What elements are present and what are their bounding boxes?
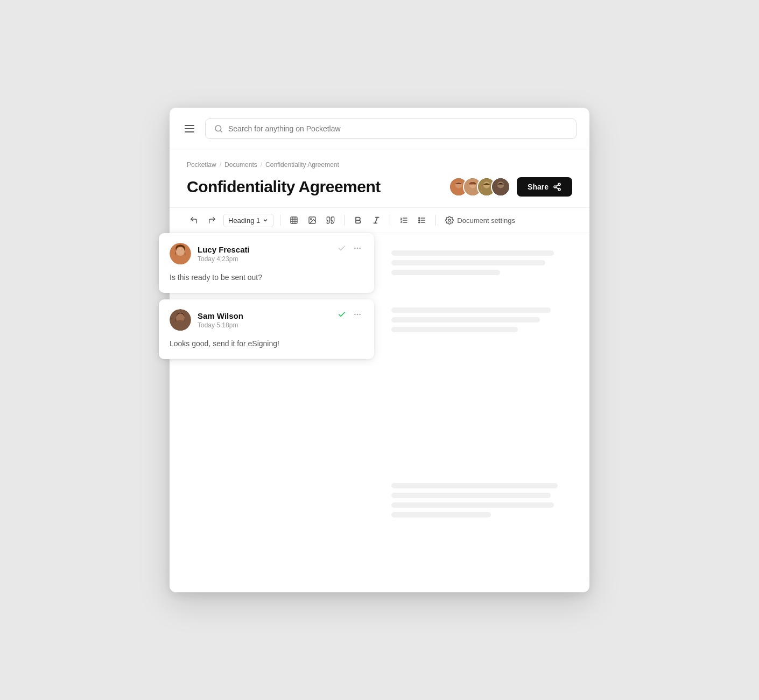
app-window: Pocketlaw / Documents / Confidentiality … [170,108,589,592]
placeholder-group-2 [391,307,572,332]
undo-icon [189,216,198,225]
svg-point-38 [448,219,451,221]
placeholder-line-4 [391,307,551,313]
comments-panel: Lucy Frescati Today 4:23pm [159,233,374,359]
settings-icon [445,216,454,225]
toolbar: Heading 1 [170,207,589,233]
placeholder-line-5 [391,317,540,323]
breadcrumb-documents[interactable]: Documents [224,161,257,169]
breadcrumb-sep-1: / [220,161,221,169]
placeholder-line-2 [391,260,545,265]
avatar-4-image [492,177,509,197]
svg-point-43 [357,248,359,249]
svg-point-42 [354,248,356,249]
redo-button[interactable] [205,213,219,227]
comment-2-more-button[interactable] [352,309,363,322]
svg-point-50 [357,314,359,316]
comment-1-actions [336,243,363,256]
placeholder-line-9 [391,502,554,508]
svg-line-28 [375,218,377,223]
svg-point-36 [419,220,420,221]
search-input[interactable] [228,124,567,133]
placeholder-line-6 [391,327,518,332]
share-label: Share [528,183,549,191]
table-icon [290,216,298,225]
comment-1-resolve-button[interactable] [336,243,347,256]
bold-button[interactable] [351,213,365,227]
placeholder-line-10 [391,512,491,517]
placeholder-group-3 [391,483,572,517]
table-button[interactable] [287,213,301,227]
breadcrumb-sep-2: / [261,161,262,169]
breadcrumb-area: Pocketlaw / Documents / Confidentiality … [170,150,589,177]
toolbar-sep-2 [344,215,345,226]
toolbar-sep-3 [390,215,390,226]
comment-1-user: Lucy Frescati Today 4:23pm [170,243,250,264]
unordered-list-icon [418,216,426,225]
document-content [391,246,572,517]
quote-icon [326,216,335,225]
comment-1-name: Lucy Frescati [198,245,250,254]
comment-2-resolve-button[interactable] [336,309,347,322]
svg-line-1 [220,130,222,132]
doc-settings-label: Document settings [457,216,515,225]
chevron-down-icon [262,217,269,223]
image-icon [308,216,317,225]
image-button[interactable] [305,213,319,227]
svg-point-40 [176,247,185,256]
svg-point-9 [483,181,490,188]
avatar-4 [491,177,510,197]
ordered-list-icon [399,216,408,225]
lucy-avatar-image [170,243,191,264]
toolbar-sep-4 [435,215,436,226]
comment-2-time: Today 5:18pm [198,321,243,329]
placeholder-line-7 [391,483,558,488]
italic-button[interactable] [369,213,383,227]
comment-2-name: Sam Wilson [198,311,243,320]
header-right: Share [449,177,572,197]
unordered-list-button[interactable] [415,213,429,227]
toolbar-sep-1 [280,215,280,226]
svg-point-44 [359,248,361,249]
more-icon-2 [353,310,362,319]
svg-point-12 [497,181,504,188]
check-icon [338,244,346,253]
comment-2-header: Sam Wilson Today 5:18pm [170,309,363,331]
placeholder-group-1 [391,250,572,275]
share-button[interactable]: Share [517,177,572,197]
svg-point-35 [419,218,420,219]
hamburger-line-3 [185,131,194,132]
placeholder-line-1 [391,250,554,256]
quote-button[interactable] [324,213,338,227]
svg-line-17 [556,187,559,189]
document-settings-button[interactable]: Document settings [442,213,518,227]
breadcrumb-current: Confidentiality Agreement [265,161,339,169]
page-header: Confidentiality Agreement [170,177,589,207]
redo-icon [208,216,216,225]
undo-button[interactable] [187,213,201,227]
hamburger-line-2 [185,128,194,129]
document-title: Confidentiality Agreement [187,178,381,196]
svg-rect-19 [291,217,297,223]
search-icon [214,124,223,133]
svg-line-18 [556,185,559,186]
top-bar [170,108,589,150]
svg-point-49 [354,314,356,316]
heading-selector[interactable]: Heading 1 [223,214,273,227]
search-bar [205,118,577,139]
comment-2-text: Looks good, send it for eSigning! [170,338,363,349]
hamburger-line-1 [185,125,194,126]
placeholder-line-3 [391,270,500,275]
heading-label: Heading 1 [228,216,260,225]
comment-2-avatar [170,309,191,331]
italic-icon [372,216,381,225]
more-icon [353,244,362,253]
comment-1-header: Lucy Frescati Today 4:23pm [170,243,363,264]
sam-avatar-image [170,309,191,331]
ordered-list-button[interactable] [397,213,411,227]
comment-1-more-button[interactable] [352,243,363,256]
breadcrumb-pocketlaw[interactable]: Pocketlaw [187,161,216,169]
comment-2-actions [336,309,363,322]
breadcrumb: Pocketlaw / Documents / Confidentiality … [187,161,572,169]
menu-button[interactable] [182,123,196,135]
